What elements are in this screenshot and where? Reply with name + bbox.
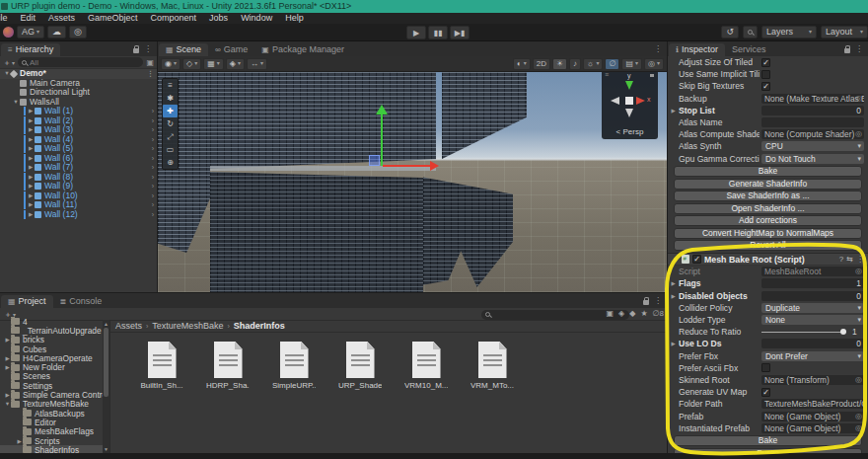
- folder-terrainautoupgrade[interactable]: _TerrainAutoUpgrade: [0, 326, 103, 335]
- folder-path-text-field[interactable]: TextureMeshBakeProduct/Combir: [761, 399, 864, 409]
- chevron-right-icon[interactable]: ›: [152, 144, 157, 153]
- presets-icon[interactable]: ⇆: [846, 255, 853, 264]
- foldout-caret[interactable]: ▶: [4, 392, 11, 398]
- foldout-caret[interactable]: ▶: [670, 293, 677, 299]
- collab-button[interactable]: ◎: [69, 26, 87, 38]
- foldout-caret[interactable]: ▶: [4, 364, 11, 370]
- folder-scenes[interactable]: Scenes: [0, 372, 103, 381]
- layout-dropdown[interactable]: Layout▾: [821, 26, 868, 38]
- hierarchy-row-wall-1[interactable]: ▶Wall (1)›: [0, 107, 157, 116]
- scroll-down-icon[interactable]: ▼: [103, 446, 109, 452]
- foldout-caret[interactable]: ▶: [27, 200, 35, 209]
- tab-inspector[interactable]: ℹInspector: [669, 43, 725, 56]
- foldout-caret[interactable]: ▶: [670, 280, 677, 286]
- hierarchy-row-wallsall[interactable]: ▼WallsAll: [0, 98, 157, 108]
- hierarchy-row-wall-2[interactable]: ▶Wall (2)›: [0, 116, 157, 126]
- foldout-caret[interactable]: ▶: [4, 337, 11, 343]
- asset-hdrp-sha[interactable]: HDRP_Sha...: [206, 342, 250, 390]
- atlas-save-shaderinfo-as-button[interactable]: Save ShaderInfo as ...: [674, 191, 862, 201]
- search-by-label-icon[interactable]: ◆: [629, 309, 635, 318]
- global-search-button[interactable]: [743, 26, 758, 38]
- chevron-right-icon[interactable]: ›: [152, 125, 157, 134]
- gizmos-3d-icons-button[interactable]: ◇▾: [182, 58, 201, 70]
- chevron-right-icon[interactable]: ›: [152, 173, 157, 182]
- asset-vrm10-m[interactable]: VRM10_M...: [404, 342, 448, 390]
- menu-icon[interactable]: ≡: [163, 79, 178, 92]
- rotate-tool-button[interactable]: ↻: [163, 117, 178, 130]
- foldout-caret[interactable]: ▶: [27, 116, 35, 125]
- folder-h4cameraoperate[interactable]: ▶H4CameraOperate: [0, 353, 103, 362]
- disabled-objects-number-field[interactable]: 0: [761, 291, 864, 301]
- perspective-toggle[interactable]: < Persp: [602, 127, 658, 136]
- prefer-ascii-fbx-checkbox[interactable]: [761, 363, 770, 372]
- account-dropdown[interactable]: AG▾: [17, 26, 44, 38]
- favorites-icon[interactable]: ★: [640, 309, 647, 318]
- prefab-object-field[interactable]: None (Game Object): [761, 412, 864, 421]
- hierarchy-row-wall-11[interactable]: ▶Wall (11)›: [0, 200, 157, 210]
- atlas-synth-dropdown[interactable]: CPU: [761, 141, 864, 151]
- foldout-caret[interactable]: ▶: [27, 210, 35, 219]
- orientation-gizmo[interactable]: ≡ y x < Persp: [602, 72, 658, 139]
- prefer-fbx-dropdown[interactable]: Dont Prefer: [761, 351, 864, 361]
- create-dropdown[interactable]: ＋▾: [3, 57, 15, 68]
- foldout-caret[interactable]: ▶: [27, 191, 35, 200]
- foldout-caret[interactable]: ▶: [27, 107, 35, 115]
- foldout-caret[interactable]: ▶: [670, 108, 677, 114]
- foldout-caret[interactable]: ▶: [27, 173, 35, 182]
- menu-window[interactable]: Window: [241, 13, 272, 24]
- slider-knob[interactable]: [840, 329, 846, 335]
- menu-edit[interactable]: Edit: [21, 13, 36, 24]
- chevron-right-icon[interactable]: ›: [152, 116, 157, 125]
- undo-history-button[interactable]: ↺: [721, 26, 739, 38]
- grid-settings-button[interactable]: ▦▾: [203, 58, 224, 70]
- component-enabled-checkbox[interactable]: ✓: [692, 255, 701, 264]
- hierarchy-row-wall-5[interactable]: ▶Wall (5)›: [0, 144, 157, 154]
- scene-camera-settings-button[interactable]: ◉▾: [161, 58, 181, 70]
- atlas-convert-heightmap-to-normalmaps-button[interactable]: Convert HeightMap to NormalMaps: [674, 228, 862, 239]
- meshbake-bake-button[interactable]: Bake: [674, 435, 862, 446]
- menu-assets[interactable]: Assets: [48, 13, 75, 24]
- menu-gameobject[interactable]: GameObject: [88, 13, 138, 24]
- reduce-to-ratio-slider[interactable]: [761, 332, 845, 333]
- scene-viewport[interactable]: ≡✱✚↻⤢▭⊕ ≡ y x < Persp: [158, 72, 667, 292]
- foldout-caret[interactable]: ▶: [27, 144, 35, 153]
- foldout-caret[interactable]: ▼: [4, 401, 11, 407]
- hierarchy-row-wall-7[interactable]: ▶Wall (7)›: [0, 163, 157, 173]
- layers-dropdown[interactable]: Layers▾: [761, 26, 817, 38]
- kebab-menu-icon[interactable]: ⋮: [654, 296, 662, 305]
- use-lo-ds-number-field[interactable]: 0: [761, 339, 864, 348]
- wall-mesh-lower-center[interactable]: [210, 172, 423, 292]
- hierarchy-row-wall-10[interactable]: ▶Wall (10)›: [0, 191, 157, 201]
- shading-mode-button[interactable]: ◐▾: [513, 58, 531, 70]
- kebab-menu-icon[interactable]: ⋮: [856, 255, 864, 264]
- chevron-right-icon[interactable]: ›: [152, 135, 157, 144]
- stop-list-number-field[interactable]: 0: [761, 106, 864, 115]
- foldout-caret[interactable]: ▶: [27, 182, 35, 191]
- atlas-bake-button[interactable]: Bake: [674, 166, 862, 177]
- folder-meshbakeflags[interactable]: MeshBakeFlags: [0, 427, 103, 436]
- move-tool-button[interactable]: ✚: [163, 105, 178, 117]
- kebab-menu-icon[interactable]: ⋮: [147, 69, 157, 78]
- asset-vrm-mto[interactable]: VRM_MTo...: [470, 342, 514, 390]
- axis-x-cone[interactable]: [636, 97, 645, 105]
- atlas-revert-all-button[interactable]: Revert All: [674, 240, 862, 251]
- 2d-toggle-button[interactable]: 2D: [533, 58, 550, 70]
- effects-toggle-button[interactable]: ☼▾: [583, 58, 603, 70]
- search-by-type-icon[interactable]: ▣: [607, 309, 615, 318]
- atlas-add-corrections-button[interactable]: Add corrections: [674, 215, 862, 226]
- tab-console[interactable]: ≣Console: [53, 295, 109, 308]
- audio-toggle-button[interactable]: ♪: [569, 58, 581, 70]
- folder-atlasbackups[interactable]: AtlasBackups: [0, 409, 103, 418]
- folder-shaderinfos[interactable]: ShaderInfos: [0, 445, 103, 453]
- hierarchy-row-wall-4[interactable]: ▶Wall (4)›: [0, 135, 157, 145]
- wall-mesh-upper-left[interactable]: [210, 72, 436, 169]
- menu-help[interactable]: Help: [285, 13, 304, 24]
- tab-hierarchy[interactable]: ≡Hierarchy: [1, 43, 60, 56]
- tool-handle-button[interactable]: ↔▾: [247, 58, 267, 70]
- axis-bottom-cone[interactable]: [625, 109, 633, 117]
- chevron-right-icon[interactable]: ›: [152, 154, 157, 163]
- foldout-caret[interactable]: ▼: [672, 257, 679, 263]
- foldout-caret[interactable]: ▼: [12, 98, 20, 107]
- rect-tool-button[interactable]: ▭: [163, 143, 178, 156]
- account-avatar[interactable]: [3, 27, 14, 38]
